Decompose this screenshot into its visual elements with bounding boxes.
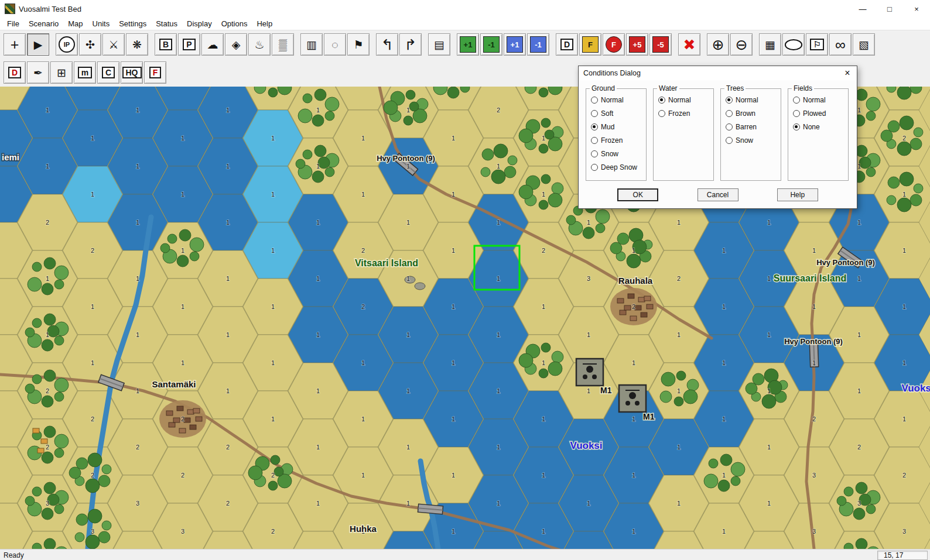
cancel-button[interactable]: Cancel	[698, 188, 738, 201]
radio-fields-normal[interactable]: Normal	[793, 96, 846, 104]
hex-number: 1	[542, 303, 545, 310]
dialog-close-icon[interactable]: ×	[838, 66, 857, 80]
plus5-red-tool[interactable]: +5	[626, 33, 648, 56]
bunker-b-tool[interactable]: B	[155, 33, 177, 56]
dashed-circle-tool[interactable]: ◌	[324, 33, 346, 56]
transport-vehicle-tool[interactable]: ▤	[428, 33, 450, 56]
menu-item-status[interactable]: Status	[151, 19, 182, 29]
radio-button[interactable]	[658, 97, 665, 104]
minus1-blue-tool[interactable]: -1	[527, 33, 549, 56]
radio-ground-frozen[interactable]: Frozen	[591, 136, 644, 145]
hex-number: 3	[587, 275, 590, 282]
f-box-tool[interactable]: F	[144, 61, 166, 84]
minus1-green-tool[interactable]: -1	[480, 33, 502, 56]
menu-item-settings[interactable]: Settings	[114, 19, 151, 29]
close-button[interactable]: ×	[903, 0, 930, 18]
minus5-red-tool[interactable]: -5	[649, 33, 672, 56]
radio-button[interactable]	[726, 97, 733, 104]
radio-button[interactable]	[726, 137, 733, 144]
radio-ground-deep-snow[interactable]: Deep Snow	[591, 163, 644, 171]
radio-button[interactable]	[726, 110, 733, 117]
book-flag-tool[interactable]: ⚐	[806, 33, 828, 56]
radio-ground-soft[interactable]: Soft	[591, 109, 644, 118]
dialog-title-bar[interactable]: Conditions Dialog ×	[579, 66, 857, 80]
village-building	[173, 418, 180, 422]
c-box-tool[interactable]: C	[97, 61, 119, 84]
radio-ground-snow[interactable]: Snow	[591, 150, 644, 158]
tree	[583, 227, 594, 239]
radio-button[interactable]	[793, 110, 800, 117]
radio-ground-mud[interactable]: Mud	[591, 123, 644, 131]
f-red-circle-tool[interactable]: F	[603, 33, 625, 56]
camo-pattern-tool[interactable]: ▒	[272, 33, 294, 56]
pillbox-p-tool[interactable]: P	[178, 33, 200, 56]
smoke-cloud-tool[interactable]: ☁	[201, 33, 224, 56]
radio-button[interactable]	[726, 123, 733, 130]
m-box-tool[interactable]: m	[74, 61, 96, 84]
radio-button[interactable]	[591, 123, 598, 130]
ellipse-tool[interactable]	[782, 33, 805, 56]
turn-right-arrow-tool[interactable]: ↱	[399, 33, 422, 56]
column-bars-tool[interactable]: ▥	[300, 33, 323, 56]
artillery-pen-tool[interactable]: ✒	[27, 61, 49, 84]
radio-button[interactable]	[591, 110, 598, 117]
zoom-in-tool[interactable]: ⊕	[707, 33, 729, 56]
radio-button[interactable]	[658, 110, 665, 117]
map-label: Rauhala	[618, 276, 653, 286]
d-red-tool[interactable]: D	[4, 61, 26, 84]
crosshair-tool[interactable]: +	[4, 33, 26, 56]
dialog-body: GroundNormalSoftMudFrozenSnowDeep SnowWa…	[579, 80, 857, 181]
minimize-button[interactable]: —	[849, 0, 876, 18]
d-marker-tool[interactable]: D	[556, 33, 578, 56]
route-map-tool[interactable]: ▧	[853, 33, 875, 56]
plus1-blue-tool[interactable]: +1	[504, 33, 526, 56]
radio-fields-none[interactable]: None	[793, 123, 846, 131]
help-button[interactable]: Help	[777, 188, 818, 201]
fire-tool[interactable]: ♨	[248, 33, 271, 56]
radio-button[interactable]	[591, 97, 598, 104]
radio-trees-normal[interactable]: Normal	[726, 96, 778, 104]
radio-button[interactable]	[591, 137, 598, 144]
menu-item-display[interactable]: Display	[182, 19, 217, 29]
org-chart-tool[interactable]: ⊞	[50, 61, 73, 84]
plus1-green-tool[interactable]: +1	[457, 33, 479, 56]
turn-left-arrow-tool[interactable]: ↰	[376, 33, 398, 56]
radio-button[interactable]	[591, 164, 598, 171]
menu-item-file[interactable]: File	[2, 19, 24, 29]
village-building	[647, 304, 653, 309]
hex-number: 3	[181, 528, 184, 535]
hex-number: 1	[857, 331, 861, 338]
menu-item-scenario[interactable]: Scenario	[24, 19, 63, 29]
menu-item-help[interactable]: Help	[252, 19, 277, 29]
play-tool[interactable]: ▶	[27, 33, 49, 56]
radio-button[interactable]	[591, 150, 598, 157]
radio-trees-brown[interactable]: Brown	[726, 109, 778, 118]
explosion-burst-tool[interactable]: ❋	[126, 33, 148, 56]
radio-button[interactable]	[793, 123, 800, 130]
radio-trees-snow[interactable]: Snow	[726, 136, 778, 145]
zoom-out-tool[interactable]: ⊖	[730, 33, 753, 56]
radio-trees-barren[interactable]: Barren	[726, 123, 778, 131]
menu-item-map[interactable]: Map	[63, 19, 87, 29]
flag-tool[interactable]: ⚑	[347, 33, 370, 56]
crossed-swords-tool[interactable]: ⚔	[102, 33, 125, 56]
hq-box-tool[interactable]: HQ	[121, 61, 143, 84]
ied-marker-tool[interactable]: ◈	[225, 33, 247, 56]
menu-item-options[interactable]: Options	[217, 19, 252, 29]
delete-x-tool[interactable]: ✖	[678, 33, 700, 56]
f-yellow-tool[interactable]: F	[579, 33, 601, 56]
binoculars-tool[interactable]: ∞	[829, 33, 852, 56]
radio-button[interactable]	[793, 97, 800, 104]
chart-panel-tool[interactable]: ▦	[759, 33, 781, 56]
radio-fields-plowed[interactable]: Plowed	[793, 109, 846, 118]
radio-ground-normal[interactable]: Normal	[591, 96, 644, 104]
status-bar: Ready 15, 17	[0, 549, 930, 560]
menu-item-units[interactable]: Units	[88, 19, 115, 29]
hex-number: 1	[587, 331, 590, 338]
radio-water-frozen[interactable]: Frozen	[658, 109, 711, 118]
ok-button[interactable]: OK	[617, 188, 658, 201]
radio-water-normal[interactable]: Normal	[658, 96, 711, 104]
waypoint-arrows-tool[interactable]: ✣	[79, 33, 101, 56]
maximize-button[interactable]: □	[876, 0, 903, 18]
ip-marker-tool[interactable]: IP	[56, 33, 78, 56]
